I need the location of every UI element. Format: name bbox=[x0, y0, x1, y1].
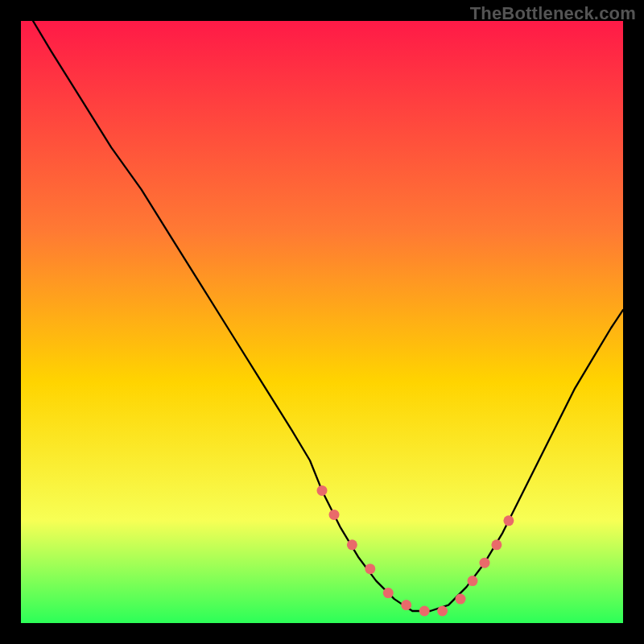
marker-point bbox=[491, 539, 502, 550]
marker-point bbox=[480, 558, 490, 568]
marker-point bbox=[468, 576, 478, 586]
bottleneck-chart bbox=[21, 21, 623, 623]
marker-point bbox=[347, 539, 357, 550]
marker-point bbox=[317, 485, 328, 496]
marker-point bbox=[329, 510, 340, 520]
marker-point bbox=[456, 594, 466, 605]
marker-point bbox=[383, 588, 394, 598]
marker-point bbox=[437, 606, 448, 617]
marker-point bbox=[503, 515, 514, 526]
plot-area bbox=[21, 21, 623, 623]
marker-point bbox=[365, 564, 375, 574]
chart-frame: TheBottleneck.com bbox=[0, 0, 644, 644]
marker-point bbox=[419, 606, 430, 617]
marker-point bbox=[401, 600, 411, 610]
watermark-text: TheBottleneck.com bbox=[470, 3, 636, 24]
gradient-background bbox=[21, 21, 623, 623]
